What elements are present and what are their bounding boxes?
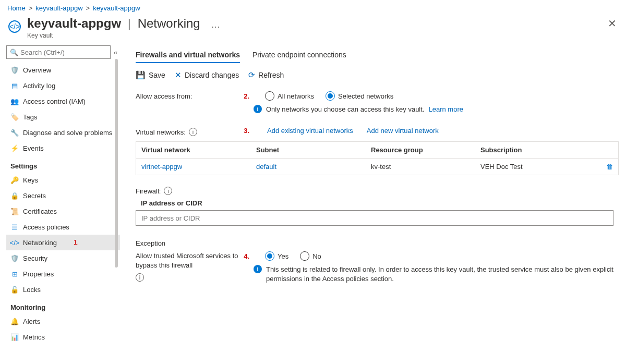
metrics-icon: 📊 bbox=[10, 333, 19, 341]
breadcrumb-home[interactable]: Home bbox=[7, 4, 26, 12]
close-button[interactable]: ✕ bbox=[608, 17, 617, 30]
col-resource-group: Resource group bbox=[371, 146, 480, 154]
events-icon: ⚡ bbox=[10, 144, 19, 152]
radio-no-label: No bbox=[312, 252, 321, 260]
iam-icon: 👥 bbox=[10, 97, 19, 105]
sidebar-scrollbar[interactable] bbox=[115, 59, 118, 363]
save-icon: 💾 bbox=[136, 70, 146, 80]
breadcrumb-l1[interactable]: keyvault-appgw bbox=[35, 4, 82, 12]
refresh-label: Refresh bbox=[258, 71, 284, 79]
cell-resource-group: kv-test bbox=[371, 163, 480, 171]
radio-exception-yes[interactable] bbox=[265, 251, 274, 261]
sidebar: 🔍 « 🛡️ Overview ▤ Activity log 👥 Access … bbox=[0, 43, 120, 364]
sidebar-item-label: Networking bbox=[23, 239, 57, 247]
collapse-sidebar-button[interactable]: « bbox=[114, 48, 117, 56]
tab-firewalls[interactable]: Firewalls and virtual networks bbox=[136, 51, 240, 63]
sidebar-item-certificates[interactable]: 📜 Certificates bbox=[6, 203, 120, 219]
sidebar-item-properties[interactable]: ⊞ Properties bbox=[6, 266, 120, 282]
sidebar-item-activity-log[interactable]: ▤ Activity log bbox=[6, 78, 120, 93]
sidebar-item-tags[interactable]: 🏷️ Tags bbox=[6, 109, 120, 125]
search-input[interactable] bbox=[20, 48, 107, 56]
sidebar-item-access-policies[interactable]: ☰ Access policies bbox=[6, 219, 120, 235]
radio-selected-networks-label: Selected networks bbox=[338, 92, 393, 100]
vnet-table: Virtual network Subnet Resource group Su… bbox=[136, 141, 619, 175]
exception-info-text: This setting is related to firewall only… bbox=[266, 265, 619, 284]
discard-label: Discard changes bbox=[185, 71, 239, 79]
delete-row-button[interactable]: 🗑 bbox=[597, 163, 613, 171]
breadcrumb-sep: > bbox=[29, 4, 33, 12]
sidebar-item-metrics[interactable]: 📊 Metrics bbox=[6, 329, 120, 345]
info-icon: i bbox=[254, 265, 262, 273]
radio-all-networks[interactable] bbox=[265, 91, 274, 101]
info-icon[interactable]: i bbox=[164, 187, 172, 195]
sidebar-item-events[interactable]: ⚡ Events bbox=[6, 140, 120, 156]
access-policies-icon: ☰ bbox=[10, 223, 19, 231]
firewall-label: Firewall: i bbox=[136, 187, 619, 195]
section-title: Networking bbox=[138, 16, 200, 30]
table-row: virtnet-appgw default kv-test VEH Doc Te… bbox=[136, 159, 618, 175]
annotation-marker: 4. bbox=[240, 252, 249, 260]
sidebar-item-security[interactable]: 🛡️ Security bbox=[6, 250, 120, 266]
save-button[interactable]: 💾 Save bbox=[136, 70, 165, 80]
activity-log-icon: ▤ bbox=[10, 81, 19, 90]
tab-private-endpoints[interactable]: Private endpoint connections bbox=[252, 51, 346, 63]
overview-icon: 🛡️ bbox=[10, 66, 19, 74]
vnet-label: Virtual networks: i bbox=[136, 127, 240, 136]
cell-vnet[interactable]: virtnet-appgw bbox=[141, 163, 256, 171]
sidebar-item-keys[interactable]: 🔑 Keys bbox=[6, 172, 120, 188]
sidebar-item-networking[interactable]: </> Networking 1. bbox=[6, 235, 120, 250]
cell-subscription: VEH Doc Test bbox=[480, 163, 597, 171]
tags-icon: 🏷️ bbox=[10, 113, 19, 121]
breadcrumb-sep: > bbox=[86, 4, 90, 12]
sidebar-item-diagnose[interactable]: 🔧 Diagnose and solve problems bbox=[6, 125, 120, 140]
sidebar-item-label: Activity log bbox=[23, 82, 55, 90]
radio-yes-label: Yes bbox=[278, 252, 288, 260]
alerts-icon: 🔔 bbox=[10, 317, 19, 325]
ip-cidr-input[interactable] bbox=[136, 210, 613, 226]
more-button[interactable]: … bbox=[211, 19, 220, 30]
access-info-text: Only networks you choose can access this… bbox=[266, 105, 424, 113]
sidebar-item-label: Properties bbox=[23, 270, 54, 278]
sidebar-item-label: Tags bbox=[23, 113, 37, 121]
sidebar-scroll-thumb[interactable] bbox=[115, 59, 118, 268]
discard-icon: ✕ bbox=[175, 70, 182, 80]
radio-exception-no[interactable] bbox=[300, 251, 309, 261]
allow-access-label: Allow access from: bbox=[136, 91, 240, 100]
secrets-icon: 🔒 bbox=[10, 191, 19, 200]
sidebar-item-secrets[interactable]: 🔒 Secrets bbox=[6, 188, 120, 203]
add-new-vnet-link[interactable]: Add new virtual network bbox=[367, 127, 439, 135]
resource-title: keyvault-appgw bbox=[27, 16, 121, 30]
sidebar-item-locks[interactable]: 🔓 Locks bbox=[6, 282, 120, 297]
discard-button[interactable]: ✕ Discard changes bbox=[175, 70, 239, 80]
sidebar-group-monitoring: Monitoring bbox=[10, 304, 120, 311]
sidebar-item-label: Locks bbox=[23, 286, 41, 294]
sidebar-item-label: Access control (IAM) bbox=[23, 98, 86, 105]
tabs: Firewalls and virtual networks Private e… bbox=[136, 51, 619, 63]
search-box[interactable]: 🔍 bbox=[6, 45, 111, 59]
keys-icon: 🔑 bbox=[10, 176, 19, 184]
info-icon[interactable]: i bbox=[189, 128, 197, 136]
sidebar-group-settings: Settings bbox=[10, 162, 120, 170]
exception-label: Allow trusted Microsoft services to bypa… bbox=[136, 251, 240, 282]
resource-type-label: Key vault bbox=[27, 32, 220, 39]
learn-more-link[interactable]: Learn more bbox=[428, 105, 463, 113]
svg-text:</>: </> bbox=[9, 22, 20, 31]
save-label: Save bbox=[149, 71, 165, 79]
radio-selected-networks[interactable] bbox=[326, 91, 335, 101]
sidebar-item-label: Access policies bbox=[23, 223, 69, 231]
search-icon: 🔍 bbox=[10, 48, 18, 56]
breadcrumb-l2[interactable]: keyvault-appgw bbox=[93, 4, 140, 12]
sidebar-item-label: Events bbox=[23, 144, 44, 152]
diagnose-icon: 🔧 bbox=[10, 128, 19, 137]
cell-subnet[interactable]: default bbox=[256, 163, 371, 171]
sidebar-item-iam[interactable]: 👥 Access control (IAM) bbox=[6, 93, 120, 109]
add-existing-vnet-link[interactable]: Add existing virtual networks bbox=[267, 127, 353, 135]
security-icon: 🛡️ bbox=[10, 254, 19, 262]
refresh-button[interactable]: ⟳ Refresh bbox=[248, 70, 284, 80]
sidebar-item-overview[interactable]: 🛡️ Overview bbox=[6, 62, 120, 78]
sidebar-item-alerts[interactable]: 🔔 Alerts bbox=[6, 313, 120, 329]
annotation-marker: 3. bbox=[240, 127, 249, 135]
info-icon[interactable]: i bbox=[136, 273, 144, 282]
col-subscription: Subscription bbox=[480, 146, 597, 154]
toolbar: 💾 Save ✕ Discard changes ⟳ Refresh bbox=[136, 70, 619, 80]
